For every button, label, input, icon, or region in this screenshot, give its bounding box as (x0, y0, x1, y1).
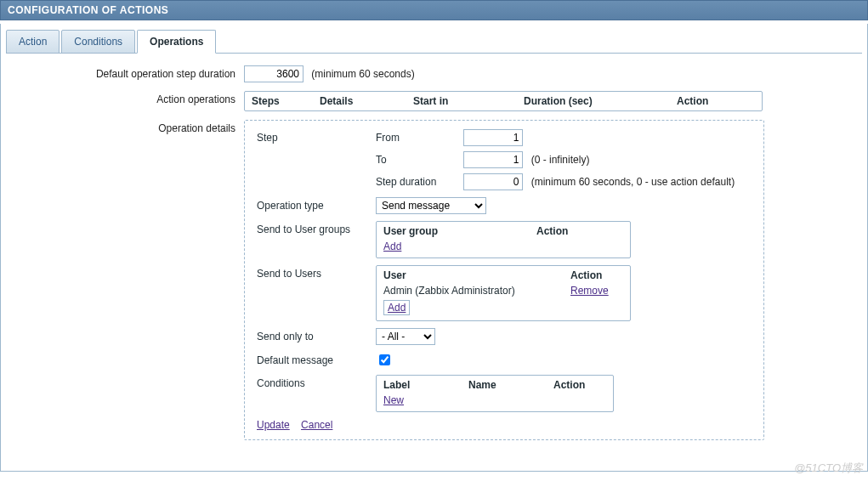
conditions-label: Conditions (257, 375, 376, 389)
step-to-input[interactable] (463, 151, 523, 168)
panel-header: CONFIGURATION OF ACTIONS (0, 0, 868, 20)
operation-type-select[interactable]: Send message (376, 197, 486, 214)
cond-name-header: Name (468, 379, 553, 391)
action-operations-label: Action operations (14, 91, 244, 105)
default-message-label: Default message (257, 352, 376, 366)
user-action-header: Action (570, 269, 602, 281)
table-row: Admin (Zabbix Administrator) Remove (383, 285, 623, 297)
remove-user-link[interactable]: Remove (570, 285, 609, 297)
default-duration-input[interactable] (244, 65, 304, 82)
from-label: From (376, 132, 461, 144)
add-user-link[interactable]: Add (383, 300, 410, 315)
send-only-to-select[interactable]: - All - (376, 328, 435, 345)
ops-header-startin: Start in (413, 95, 524, 107)
user-groups-table: User group Action Add (376, 221, 631, 258)
operation-type-label: Operation type (257, 197, 376, 212)
ops-header-duration: Duration (sec) (524, 95, 677, 107)
watermark: @51CTO博客 (794, 461, 863, 472)
step-duration-input[interactable] (463, 173, 523, 190)
user-group-header: User group (383, 225, 536, 237)
user-header: User (383, 269, 570, 281)
action-operations-table: Steps Details Start in Duration (sec) Ac… (244, 91, 763, 111)
tab-action[interactable]: Action (6, 30, 60, 54)
send-users-label: Send to Users (257, 265, 376, 280)
to-label: To (376, 154, 461, 166)
step-duration-hint: (minimum 60 seconds, 0 - use action defa… (531, 176, 735, 188)
ops-header-details: Details (320, 95, 413, 107)
step-duration-label: Step duration (376, 176, 461, 188)
ops-header-action: Action (677, 95, 755, 107)
send-user-groups-label: Send to User groups (257, 221, 376, 235)
tab-operations[interactable]: Operations (137, 30, 216, 54)
default-duration-hint: (minimum 60 seconds) (311, 68, 414, 80)
conditions-table: Label Name Action New (376, 375, 614, 412)
ops-header-steps: Steps (252, 95, 320, 107)
step-label: Step (257, 129, 376, 144)
step-from-input[interactable] (463, 129, 523, 146)
users-table: User Action Admin (Zabbix Administrator)… (376, 265, 631, 321)
cond-action-header: Action (553, 379, 585, 391)
default-duration-label: Default operation step duration (14, 65, 244, 80)
operation-details-box: Step From To (0 - infinitely) (244, 120, 764, 440)
user-group-action-header: Action (536, 225, 568, 237)
main-panel: Action Conditions Operations Default ope… (0, 24, 868, 472)
cond-label-header: Label (383, 379, 468, 391)
new-condition-link[interactable]: New (383, 394, 404, 406)
update-button[interactable]: Update (257, 419, 290, 431)
user-row-name: Admin (Zabbix Administrator) (383, 285, 570, 297)
to-hint: (0 - infinitely) (531, 154, 590, 166)
tab-bar: Action Conditions Operations (1, 24, 867, 53)
add-user-group-link[interactable]: Add (383, 240, 401, 252)
operation-details-label: Operation details (14, 120, 244, 134)
default-message-checkbox[interactable] (379, 354, 390, 365)
send-only-to-label: Send only to (257, 328, 376, 342)
tab-content: Default operation step duration (minimum… (6, 53, 862, 466)
cancel-button[interactable]: Cancel (301, 419, 332, 431)
tab-conditions[interactable]: Conditions (61, 30, 135, 54)
